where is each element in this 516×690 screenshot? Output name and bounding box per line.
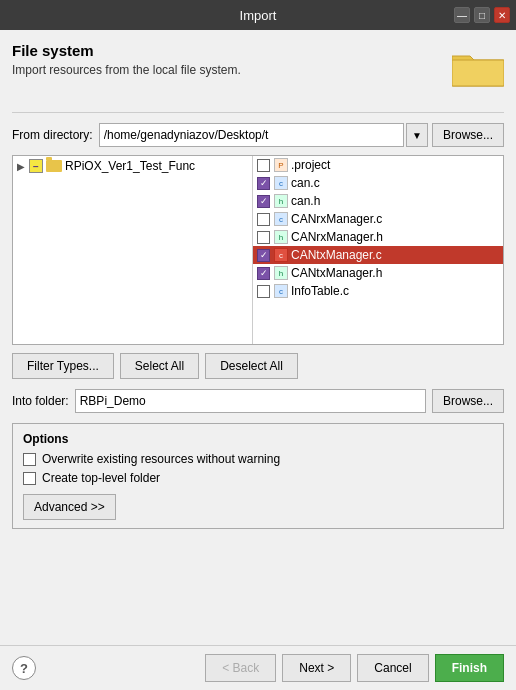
- file-name: can.c: [291, 176, 320, 190]
- file-checkbox[interactable]: [257, 177, 270, 190]
- h-file-icon: h: [274, 266, 288, 280]
- directory-dropdown-button[interactable]: ▼: [406, 123, 428, 147]
- tree-arrow-icon: ▶: [17, 161, 29, 172]
- header-separator: [12, 112, 504, 113]
- file-list: P .project c can.c h can.h c CANrxManage…: [253, 156, 503, 344]
- help-button[interactable]: ?: [12, 656, 36, 680]
- options-group: Options Overwrite existing resources wit…: [12, 423, 504, 529]
- c-file-icon: c: [274, 176, 288, 190]
- create-top-level-checkbox[interactable]: [23, 472, 36, 485]
- tree-item-checkbox[interactable]: −: [29, 159, 43, 173]
- file-checkbox[interactable]: [257, 285, 270, 298]
- create-top-level-option-row: Create top-level folder: [23, 471, 493, 485]
- finish-button[interactable]: Finish: [435, 654, 504, 682]
- h-file-icon: h: [274, 194, 288, 208]
- select-all-button[interactable]: Select All: [120, 353, 199, 379]
- tree-item[interactable]: ▶ − RPiOX_Ver1_Test_Func: [13, 156, 252, 176]
- from-directory-row: From directory: ▼ Browse...: [12, 123, 504, 147]
- file-item[interactable]: h can.h: [253, 192, 503, 210]
- file-item[interactable]: P .project: [253, 156, 503, 174]
- file-name: can.h: [291, 194, 320, 208]
- dialog-body: File system Import resources from the lo…: [0, 30, 516, 645]
- page-subtitle: Import resources from the local file sys…: [12, 63, 442, 77]
- page-title: File system: [12, 42, 442, 59]
- file-panel: ▶ − RPiOX_Ver1_Test_Func P .project c ca…: [12, 155, 504, 345]
- c-file-icon: c: [274, 248, 288, 262]
- file-checkbox[interactable]: [257, 213, 270, 226]
- dialog-title: Import: [240, 8, 277, 23]
- file-item-selected[interactable]: c CANtxManager.c: [253, 246, 503, 264]
- file-item[interactable]: h CANrxManager.h: [253, 228, 503, 246]
- file-item[interactable]: c can.c: [253, 174, 503, 192]
- maximize-button[interactable]: □: [474, 7, 490, 23]
- options-legend: Options: [23, 432, 493, 446]
- advanced-button[interactable]: Advanced >>: [23, 494, 116, 520]
- file-checkbox[interactable]: [257, 231, 270, 244]
- c-file-icon: c: [274, 212, 288, 226]
- from-directory-label: From directory:: [12, 128, 93, 142]
- file-checkbox[interactable]: [257, 267, 270, 280]
- window-controls: — □ ✕: [454, 7, 510, 23]
- action-buttons-row: Filter Types... Select All Deselect All: [12, 353, 504, 379]
- into-folder-browse-button[interactable]: Browse...: [432, 389, 504, 413]
- file-name: CANrxManager.c: [291, 212, 382, 226]
- file-checkbox[interactable]: [257, 159, 270, 172]
- file-item[interactable]: c CANrxManager.c: [253, 210, 503, 228]
- from-directory-input[interactable]: [99, 123, 404, 147]
- cancel-button[interactable]: Cancel: [357, 654, 428, 682]
- close-button[interactable]: ✕: [494, 7, 510, 23]
- directory-tree[interactable]: ▶ − RPiOX_Ver1_Test_Func: [13, 156, 253, 344]
- bottom-bar: ? < Back Next > Cancel Finish: [0, 645, 516, 690]
- from-directory-browse-button[interactable]: Browse...: [432, 123, 504, 147]
- create-top-level-label: Create top-level folder: [42, 471, 160, 485]
- c-file-icon: c: [274, 284, 288, 298]
- file-item[interactable]: c InfoTable.c: [253, 282, 503, 300]
- minimize-button[interactable]: —: [454, 7, 470, 23]
- into-folder-row: Into folder: Browse...: [12, 389, 504, 413]
- into-folder-input[interactable]: [75, 389, 426, 413]
- file-checkbox[interactable]: [257, 249, 270, 262]
- svg-rect-1: [452, 60, 504, 86]
- h-file-icon: h: [274, 230, 288, 244]
- deselect-all-button[interactable]: Deselect All: [205, 353, 298, 379]
- file-name: CANtxManager.h: [291, 266, 382, 280]
- folder-icon: [452, 42, 504, 94]
- file-name: InfoTable.c: [291, 284, 349, 298]
- title-bar: Import — □ ✕: [0, 0, 516, 30]
- file-checkbox[interactable]: [257, 195, 270, 208]
- project-file-icon: P: [274, 158, 288, 172]
- back-button[interactable]: < Back: [205, 654, 276, 682]
- overwrite-option-row: Overwrite existing resources without war…: [23, 452, 493, 466]
- into-folder-label: Into folder:: [12, 394, 69, 408]
- filter-types-button[interactable]: Filter Types...: [12, 353, 114, 379]
- overwrite-label: Overwrite existing resources without war…: [42, 452, 280, 466]
- file-name: CANtxManager.c: [291, 248, 382, 262]
- folder-small-icon: [46, 160, 62, 172]
- file-name: .project: [291, 158, 330, 172]
- next-button[interactable]: Next >: [282, 654, 351, 682]
- tree-item-label: RPiOX_Ver1_Test_Func: [65, 159, 195, 173]
- header-text: File system Import resources from the lo…: [12, 42, 442, 77]
- overwrite-checkbox[interactable]: [23, 453, 36, 466]
- file-name: CANrxManager.h: [291, 230, 383, 244]
- file-item[interactable]: h CANtxManager.h: [253, 264, 503, 282]
- header-section: File system Import resources from the lo…: [12, 42, 504, 94]
